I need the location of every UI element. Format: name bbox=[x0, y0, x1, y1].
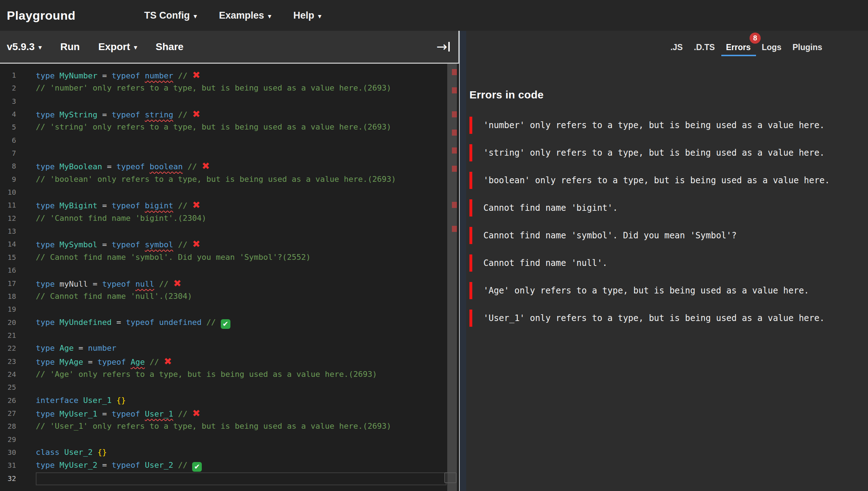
arrow-to-bar-icon: → bbox=[437, 40, 447, 53]
code-token bbox=[93, 448, 97, 457]
code-line[interactable]: type myNull = typeof null // ✖ bbox=[36, 277, 396, 290]
line-number: 23 bbox=[0, 355, 16, 368]
code-line[interactable]: type MyUser_1 = typeof User_1 // ✖ bbox=[36, 407, 396, 420]
code-line[interactable]: type MyBoolean = typeof boolean // ✖ bbox=[36, 160, 396, 172]
code-line[interactable]: // 'Cannot find name 'bigint'.(2304) bbox=[36, 212, 396, 225]
code-token: MyBigint bbox=[59, 201, 97, 210]
tab-plugins[interactable]: Plugins bbox=[793, 43, 822, 52]
line-number: 22 bbox=[0, 342, 16, 355]
error-message-text: 'Age' only refers to a type, but is bein… bbox=[483, 286, 809, 296]
menu-help[interactable]: Help▾ bbox=[293, 10, 321, 21]
code-line[interactable]: type MyUndefined = typeof undefined // ✔ bbox=[36, 316, 396, 329]
line-number: 3 bbox=[0, 95, 16, 108]
code-line[interactable]: // 'string' only refers to a type, but i… bbox=[36, 121, 396, 133]
tab-dts[interactable]: .D.TS bbox=[694, 43, 715, 52]
code-line[interactable]: type MyString = typeof string // ✖ bbox=[36, 108, 396, 121]
code-line[interactable] bbox=[36, 264, 396, 277]
collapse-sidebar-button[interactable]: → bbox=[437, 40, 450, 53]
code-line[interactable]: type MyAge = typeof Age // ✖ bbox=[36, 355, 396, 368]
export-dropdown[interactable]: Export ▾ bbox=[98, 41, 137, 53]
code-token: // bbox=[173, 240, 192, 249]
code-line[interactable] bbox=[36, 147, 396, 160]
line-number: 21 bbox=[0, 329, 16, 342]
chevron-down-icon: ▾ bbox=[268, 13, 271, 20]
code-line[interactable]: type MySymbol = typeof symbol // ✖ bbox=[36, 238, 396, 251]
run-button[interactable]: Run bbox=[60, 41, 79, 53]
code-token: type bbox=[36, 71, 59, 80]
code-line[interactable] bbox=[36, 472, 396, 485]
code-line[interactable]: class User_2 {} bbox=[36, 446, 396, 459]
code-line[interactable]: interface User_1 {} bbox=[36, 394, 396, 407]
line-number: 26 bbox=[0, 394, 16, 407]
code-line[interactable]: type MyBigint = typeof bigint // ✖ bbox=[36, 199, 396, 212]
code-editor[interactable]: 1234567891011121314151617181920212223242… bbox=[0, 64, 459, 491]
code-token: = bbox=[112, 318, 126, 327]
code-line[interactable]: // 'number' only refers to a type, but i… bbox=[36, 82, 396, 94]
code-token: MyBoolean bbox=[59, 162, 102, 171]
code-line[interactable]: // Cannot find name 'symbol'. Did you me… bbox=[36, 251, 396, 264]
results-tab-bar: .JS.D.TSErrors8LogsPlugins bbox=[466, 31, 868, 64]
nav-menus: TS Config▾Examples▾Help▾ bbox=[144, 10, 321, 21]
line-number: 30 bbox=[0, 446, 16, 459]
line-number: 31 bbox=[0, 459, 16, 472]
error-marker bbox=[452, 130, 457, 136]
code-token: typeof bbox=[97, 358, 131, 366]
cross-mark-icon: ✖ bbox=[192, 108, 200, 120]
error-message-text: 'string' only refers to a type, but is b… bbox=[483, 148, 825, 158]
code-line[interactable]: type Age = number bbox=[36, 342, 396, 355]
code-token: typeof bbox=[116, 162, 150, 171]
tab-errors[interactable]: Errors8 bbox=[726, 43, 751, 52]
code-line[interactable] bbox=[36, 95, 396, 108]
version-label: v5.9.3 bbox=[7, 41, 35, 53]
code-content[interactable]: type MyNumber = typeof number // ✖// 'nu… bbox=[36, 69, 396, 485]
cross-mark-icon: ✖ bbox=[164, 356, 172, 367]
code-line[interactable]: type MyUser_2 = typeof User_2 // ✔ bbox=[36, 459, 396, 472]
code-token: type bbox=[36, 279, 59, 288]
code-line[interactable] bbox=[36, 303, 396, 316]
error-list-item: Cannot find name 'bigint'. bbox=[469, 199, 868, 217]
menu-examples[interactable]: Examples▾ bbox=[219, 10, 271, 21]
code-line[interactable] bbox=[36, 381, 396, 394]
line-number: 5 bbox=[0, 121, 16, 133]
code-token: // Cannot find name 'symbol'. Did you me… bbox=[36, 253, 311, 262]
code-token: typeof bbox=[112, 461, 145, 470]
code-token: MyUser_1 bbox=[59, 409, 97, 418]
error-list-item: 'Age' only refers to a type, but is bein… bbox=[469, 282, 868, 299]
share-button[interactable]: Share bbox=[156, 41, 184, 53]
menu-ts-config[interactable]: TS Config▾ bbox=[144, 10, 197, 21]
error-list-item: 'User_1' only refers to a type, but is b… bbox=[469, 310, 868, 327]
code-line[interactable] bbox=[36, 186, 396, 199]
top-nav: Playground TS Config▾Examples▾Help▾ bbox=[0, 0, 868, 31]
tab-label: .D.TS bbox=[694, 43, 715, 52]
ruler-cursor-marker bbox=[444, 472, 457, 483]
code-token: type bbox=[36, 240, 59, 249]
tab-js[interactable]: .JS bbox=[670, 43, 683, 52]
chevron-down-icon: ▾ bbox=[39, 44, 42, 51]
line-number: 20 bbox=[0, 316, 16, 329]
code-line[interactable]: // 'Age' only refers to a type, but is b… bbox=[36, 368, 396, 381]
cross-mark-icon: ✖ bbox=[192, 408, 200, 419]
line-number: 11 bbox=[0, 199, 16, 212]
menu-label: Help bbox=[293, 10, 314, 21]
cross-mark-icon: ✖ bbox=[173, 278, 181, 289]
scrollbar-overview-ruler[interactable] bbox=[447, 64, 457, 491]
line-number: 12 bbox=[0, 212, 16, 225]
code-line[interactable] bbox=[36, 134, 396, 147]
code-token: MySymbol bbox=[59, 240, 97, 249]
code-token: MyUser_2 bbox=[59, 461, 97, 470]
line-number: 7 bbox=[0, 147, 16, 160]
menu-label: TS Config bbox=[144, 10, 190, 21]
code-line[interactable] bbox=[36, 329, 396, 342]
code-line[interactable]: // 'User_1' only refers to a type, but i… bbox=[36, 420, 396, 433]
version-dropdown[interactable]: v5.9.3 ▾ bbox=[7, 41, 42, 53]
code-line[interactable]: type MyNumber = typeof number // ✖ bbox=[36, 69, 396, 82]
code-token: number bbox=[145, 71, 173, 80]
code-line[interactable]: // 'boolean' only refers to a type, but … bbox=[36, 173, 396, 186]
error-message-text: 'User_1' only refers to a type, but is b… bbox=[483, 313, 825, 323]
code-line[interactable] bbox=[36, 225, 396, 238]
code-token: typeof bbox=[112, 240, 145, 249]
code-line[interactable]: // Cannot find name 'null'.(2304) bbox=[36, 290, 396, 303]
errors-panel: Errors in code 'number' only refers to a… bbox=[466, 64, 868, 491]
code-line[interactable] bbox=[36, 433, 396, 446]
tab-logs[interactable]: Logs bbox=[762, 43, 781, 52]
